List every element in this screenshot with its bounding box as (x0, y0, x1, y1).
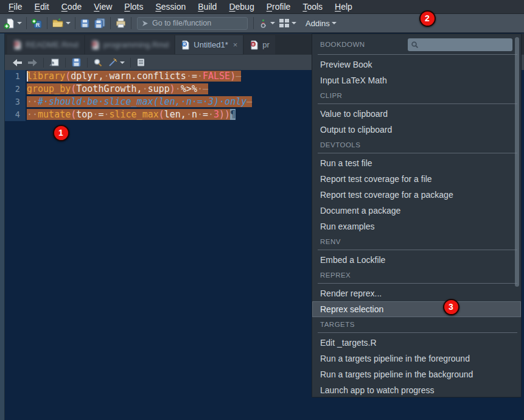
addins-item-document-a-package[interactable]: Document a package (312, 203, 521, 219)
svg-text:R: R (15, 42, 18, 46)
addins-search-box[interactable] (408, 38, 512, 51)
selected-text: group_by(ToothGrowth,·supp)·%>%·– (27, 83, 208, 94)
notebook-icon (136, 58, 145, 67)
editor-save-button[interactable] (69, 56, 84, 69)
menu-plots[interactable]: Plots (118, 1, 149, 12)
addins-item-edit-targets-r[interactable]: Edit _targets.R (312, 335, 521, 351)
toolbar-open-folder-button[interactable] (50, 16, 72, 30)
addins-section-reprex: REPREX (312, 269, 521, 281)
code-token: ( (159, 109, 164, 120)
goto-file-box[interactable] (137, 17, 248, 30)
editor-popout-button[interactable] (47, 56, 62, 69)
chevron-down-icon (332, 22, 337, 27)
menu-help[interactable]: Help (329, 1, 358, 12)
toolbar-new-file-button[interactable] (2, 16, 24, 30)
section-label: RENV (320, 238, 341, 245)
addins-item-input-latex-math[interactable]: Input LaTeX Math (312, 72, 521, 88)
toolbar-separator (43, 58, 44, 68)
addins-section-bookdown: BOOKDOWN (312, 37, 521, 52)
r-doc-icon: R (181, 40, 190, 50)
menu-code[interactable]: Code (55, 1, 88, 12)
code-token: n (192, 109, 197, 120)
editor-search-button[interactable] (91, 56, 105, 69)
addins-item-run-a-targets-pipeline-in-the-background[interactable]: Run a targets pipeline in the background (312, 366, 521, 382)
menubar: FileEditCodeViewPlotsSessionBuildDebugPr… (0, 0, 524, 14)
addins-item-render-reprex[interactable]: Render reprex... (312, 285, 521, 301)
addins-section-devtools: DEVTOOLS (312, 139, 521, 151)
code-line-body: group_by(ToothGrowth,·supp)·%>%·– (26, 83, 208, 96)
toolbar-save-all-button[interactable] (92, 16, 108, 30)
code-token: ) (230, 71, 236, 82)
menu-profile[interactable]: Profile (260, 1, 297, 12)
line-number: 3 (5, 96, 26, 108)
code-token: 3 (214, 109, 219, 120)
pane-left-edge (0, 33, 5, 420)
addins-item-preview-book[interactable]: Preview Book (312, 57, 521, 72)
section-label: REPREX (320, 271, 351, 279)
addins-item-report-test-coverage-for-a-file[interactable]: Report test coverage for a file (312, 171, 521, 187)
tab-close-icon[interactable]: × (233, 40, 238, 49)
code-token: group_by (27, 83, 71, 94)
toolbar-separator (47, 17, 47, 29)
editor-forward-arrow-button[interactable] (25, 56, 40, 69)
addins-item-value-to-clipboard[interactable]: Value to clipboard (312, 106, 521, 122)
code-token: · (208, 109, 214, 120)
menu-divider (318, 54, 517, 55)
addins-button[interactable]: Addins (306, 19, 337, 28)
editor-wand-button[interactable] (105, 56, 127, 69)
code-token: ·· (27, 109, 38, 120)
toolbar-new-project-button[interactable]: R (29, 16, 44, 30)
menu-divider (318, 153, 517, 153)
menu-view[interactable]: View (88, 1, 118, 12)
tab-untitled1[interactable]: RUntitled1*× (175, 35, 243, 54)
tab-readme-rmd[interactable]: RREADME.Rmd (7, 35, 84, 54)
tab-pr[interactable]: Rpr (244, 35, 275, 54)
menu-tools[interactable]: Tools (296, 1, 329, 12)
rmd-doc-icon: R (250, 40, 259, 50)
goto-arrow-icon (141, 19, 149, 27)
code-token: FALSE (203, 71, 230, 82)
annotation-badge-3: 3 (443, 299, 459, 315)
tab-programming-rmd[interactable]: Rprogramming.Rmd (85, 35, 175, 54)
print-icon (115, 18, 127, 29)
addins-search-input[interactable] (421, 40, 509, 49)
section-label: DEVTOOLS (320, 141, 360, 149)
menu-session[interactable]: Session (149, 1, 192, 12)
rmd-doc-icon: R (91, 40, 100, 50)
section-label: CLIPR (320, 92, 342, 99)
menu-build[interactable]: Build (192, 1, 223, 12)
code-token: · (175, 83, 181, 94)
menu-divider (318, 332, 517, 333)
addins-item-run-a-test-file[interactable]: Run a test file (312, 155, 521, 171)
menu-divider (318, 250, 517, 250)
addins-label: Addins (306, 19, 330, 28)
addins-item-launch-app-to-watch-progress[interactable]: Launch app to watch progress (312, 382, 521, 398)
vcs-commit-icon (258, 18, 268, 29)
editor-notebook-button[interactable] (134, 56, 148, 69)
addins-item-run-examples[interactable]: Run examples (312, 219, 521, 234)
toolbar-separator (110, 17, 111, 29)
code-token: )) (219, 109, 230, 120)
line-number: 1 (5, 70, 26, 83)
line-number: 2 (5, 83, 26, 96)
menu-debug[interactable]: Debug (223, 1, 260, 12)
menu-file[interactable]: File (2, 1, 29, 12)
code-token: = (192, 71, 197, 82)
goto-file-input[interactable] (152, 19, 243, 27)
addins-item-embed-a-lockfile[interactable]: Embed a Lockfile (312, 252, 521, 268)
toolbar-panes-layout-button[interactable] (277, 16, 298, 30)
addins-item-run-a-targets-pipeline-in-the-foreground[interactable]: Run a targets pipeline in the foreground (312, 351, 521, 366)
addins-item-report-test-coverage-for-a-package[interactable]: Report test coverage for a package (312, 187, 521, 203)
toolbar-save-button[interactable] (78, 16, 92, 30)
code-token: · (142, 83, 148, 94)
addins-item-output-to-clipboard[interactable]: Output to clipboard (312, 122, 521, 138)
annotation-badge-2: 2 (419, 10, 436, 27)
popout-icon (49, 58, 60, 67)
toolbar-print-button[interactable] (113, 16, 128, 30)
menu-edit[interactable]: Edit (29, 1, 55, 12)
toolbar-separator (253, 17, 254, 29)
editor-back-arrow-button[interactable] (10, 56, 25, 69)
chevron-down-icon (17, 22, 22, 27)
addins-item-reprex-selection[interactable]: Reprex selection (312, 301, 521, 317)
toolbar-vcs-commit-button[interactable] (256, 16, 277, 30)
